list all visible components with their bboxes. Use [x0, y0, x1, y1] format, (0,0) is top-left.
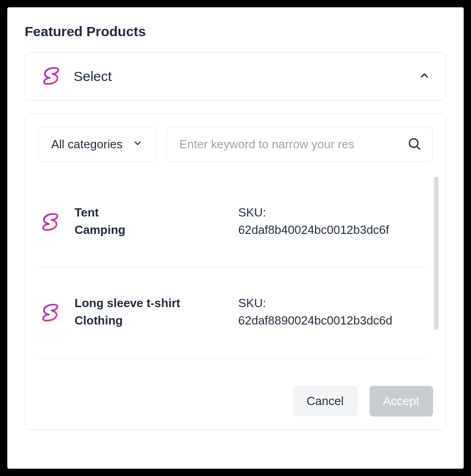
select-label: Select: [74, 69, 406, 84]
brand-icon: [38, 211, 62, 232]
list-item[interactable]: Tent Camping SKU: 62daf8b40024bc0012b3dc…: [38, 177, 426, 267]
category-select[interactable]: All categories: [38, 127, 156, 162]
svg-line-1: [417, 146, 420, 149]
chevron-up-icon: [418, 70, 430, 83]
item-category: Clothing: [75, 312, 225, 330]
search-icon: [407, 136, 422, 153]
search-input[interactable]: [179, 137, 400, 151]
scrollbar[interactable]: [434, 177, 439, 330]
item-name: Tent: [75, 204, 225, 222]
sku-label: SKU:: [238, 204, 426, 222]
list-item[interactable]: Long sleeve t-shirt Clothing SKU: 62daf8…: [38, 267, 426, 358]
search-field[interactable]: [166, 127, 433, 162]
accept-button[interactable]: Accept: [369, 386, 434, 416]
sku-label: SKU:: [238, 295, 426, 312]
dropdown-panel: All categories Tent Camping: [25, 114, 446, 430]
sku-value: 62daf8b40024bc0012b3dc6f: [238, 222, 426, 239]
brand-icon: [41, 65, 61, 87]
chevron-down-icon: [133, 137, 143, 151]
brand-icon: [38, 302, 62, 322]
cancel-button[interactable]: Cancel: [293, 386, 358, 416]
item-category: Camping: [75, 222, 225, 239]
page-title: Featured Products: [25, 24, 446, 39]
item-name: Long sleeve t-shirt: [75, 295, 225, 312]
sku-value: 62daf8890024bc0012b3dc6d: [238, 312, 426, 330]
select-dropdown-header[interactable]: Select: [25, 52, 446, 101]
category-select-label: All categories: [51, 137, 123, 151]
